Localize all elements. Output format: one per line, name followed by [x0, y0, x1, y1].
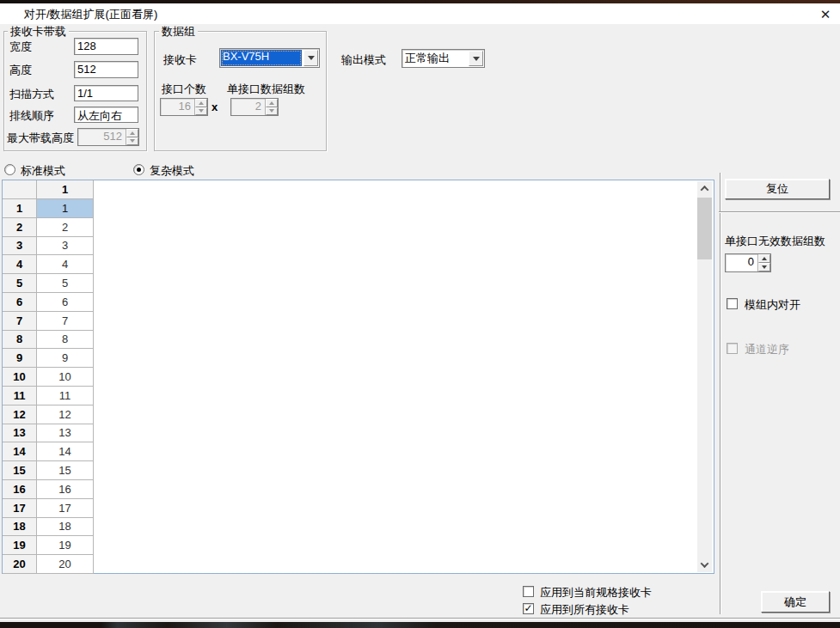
radio-standard-mode[interactable]	[4, 164, 15, 175]
table-row-header[interactable]: 9	[3, 349, 37, 368]
table-cell[interactable]: 1	[37, 199, 94, 218]
table-row-header[interactable]: 1	[3, 199, 37, 218]
table-cell[interactable]: 17	[37, 499, 94, 518]
apply-all-label[interactable]: 应用到所有接收卡	[540, 602, 629, 618]
table-row-header[interactable]: 10	[3, 368, 37, 387]
table-cell[interactable]: 4	[37, 255, 94, 274]
table-row-header[interactable]: 12	[3, 405, 37, 424]
table-cell[interactable]: 3	[37, 237, 94, 256]
table-row: 33	[3, 237, 94, 256]
table-cell[interactable]: 2	[37, 218, 94, 237]
width-field[interactable]: 128	[74, 38, 138, 55]
table-cell[interactable]: 8	[37, 331, 94, 350]
scrollbar-thumb[interactable]	[697, 198, 712, 259]
check-icon: ✓	[524, 602, 532, 614]
apply-current-checkbox[interactable]	[523, 586, 534, 597]
table-row: 1212	[3, 405, 94, 424]
table-row-header[interactable]: 6	[3, 293, 37, 312]
table-row-header[interactable]: 11	[3, 387, 37, 405]
groups-per-interface-stepper: 2	[230, 98, 279, 116]
table-cell[interactable]: 16	[37, 480, 94, 499]
group-receiver-load-title: 接收卡带载	[8, 24, 69, 40]
table-row-header[interactable]: 5	[3, 274, 37, 293]
table-cell[interactable]: 6	[37, 293, 94, 312]
table-cell[interactable]: 7	[37, 312, 94, 331]
interface-count-value: 16	[161, 99, 194, 115]
groups-per-interface-value: 2	[231, 99, 265, 115]
invalid-groups-down-icon[interactable]	[758, 263, 770, 271]
radio-standard-mode-label[interactable]: 标准模式	[21, 163, 65, 179]
table-cell[interactable]: 13	[37, 424, 94, 443]
table-row: 1818	[3, 518, 94, 537]
table-row-header[interactable]: 18	[3, 518, 37, 537]
table-row-header[interactable]: 8	[3, 331, 37, 350]
output-mode-dropdown[interactable]: 正常输出	[402, 49, 485, 68]
title-bar[interactable]: 对开/数据组扩展(正面看屏) ✕	[0, 3, 840, 24]
table-row-header[interactable]: 7	[3, 312, 37, 331]
groups-per-interface-label: 单接口数据组数	[227, 82, 305, 97]
table-row-header[interactable]: 15	[3, 461, 37, 480]
data-group-table[interactable]: 1112233445566778899101011111212131314141…	[2, 180, 714, 574]
table-row-header[interactable]: 13	[3, 424, 37, 443]
height-label: 高度	[9, 63, 32, 78]
table-cell[interactable]: 12	[37, 405, 94, 424]
table-cell[interactable]: 10	[37, 368, 94, 387]
channel-reverse-label: 通道逆序	[745, 342, 789, 357]
receiving-card-dropdown-arrow-icon[interactable]	[304, 50, 318, 66]
output-mode-label: 输出模式	[341, 52, 386, 68]
scrollbar-up-icon[interactable]	[697, 181, 712, 196]
table-cell[interactable]: 11	[37, 387, 94, 405]
invalid-groups-value[interactable]: 0	[726, 254, 757, 271]
ok-button[interactable]: 确定	[761, 591, 830, 613]
table-row-header[interactable]: 19	[3, 536, 37, 555]
table-row-header[interactable]: 16	[3, 480, 37, 499]
table-row: 77	[3, 312, 94, 331]
table-cell[interactable]: 15	[37, 461, 94, 480]
table-row: 1919	[3, 536, 94, 555]
table-row: 1616	[3, 480, 94, 499]
groups-per-interface-down-icon	[266, 107, 278, 116]
receiving-card-dropdown[interactable]: BX-V75H	[219, 48, 320, 68]
table-row: 99	[3, 349, 94, 368]
table-row-header[interactable]: 2	[3, 218, 37, 237]
output-mode-dropdown-arrow-icon[interactable]	[469, 51, 483, 66]
max-load-height-up-icon	[126, 129, 138, 137]
scan-mode-field[interactable]: 1/1	[74, 85, 138, 101]
apply-all-checkbox[interactable]: ✓	[523, 603, 534, 614]
table-cell[interactable]: 19	[37, 536, 94, 555]
height-field[interactable]: 512	[74, 61, 138, 78]
table-row: 11	[3, 199, 94, 218]
table-cell[interactable]: 9	[37, 349, 94, 368]
reset-button[interactable]: 复位	[725, 179, 830, 199]
table-row-header[interactable]: 20	[3, 555, 37, 574]
table-row-header[interactable]: 3	[3, 237, 37, 256]
max-load-height-label: 最大带载高度	[7, 131, 74, 146]
module-split-label[interactable]: 模组内对开	[745, 297, 800, 313]
radio-complex-mode[interactable]	[133, 164, 144, 175]
cable-order-label: 排线顺序	[9, 108, 54, 124]
table-row: 1515	[3, 461, 94, 480]
table-cell[interactable]: 14	[37, 442, 94, 461]
table-cell[interactable]: 5	[37, 274, 94, 293]
apply-current-label[interactable]: 应用到当前规格接收卡	[540, 585, 652, 601]
invalid-groups-up-icon[interactable]	[758, 254, 770, 263]
table-row-header[interactable]: 14	[3, 442, 37, 461]
table-row: 1414	[3, 442, 94, 461]
table-vertical-scrollbar[interactable]	[697, 181, 712, 572]
table-row: 88	[3, 331, 94, 350]
invalid-groups-stepper[interactable]: 0	[725, 253, 771, 272]
table-cell[interactable]: 20	[37, 555, 94, 574]
table-cell[interactable]: 18	[37, 518, 94, 537]
close-icon[interactable]: ✕	[815, 5, 836, 24]
receiving-card-value: BX-V75H	[221, 50, 302, 66]
table-row-header[interactable]: 4	[3, 255, 37, 274]
cable-order-field[interactable]: 从左向右	[74, 107, 138, 123]
table-row: 1717	[3, 499, 94, 518]
receiving-card-label: 接收卡	[163, 52, 197, 68]
scrollbar-down-icon[interactable]	[697, 558, 712, 572]
module-split-checkbox[interactable]	[727, 298, 738, 309]
table-row-header[interactable]: 17	[3, 499, 37, 518]
table-column-header[interactable]: 1	[37, 180, 94, 199]
radio-complex-mode-label[interactable]: 复杂模式	[150, 163, 194, 179]
interface-count-up-icon	[195, 99, 207, 107]
